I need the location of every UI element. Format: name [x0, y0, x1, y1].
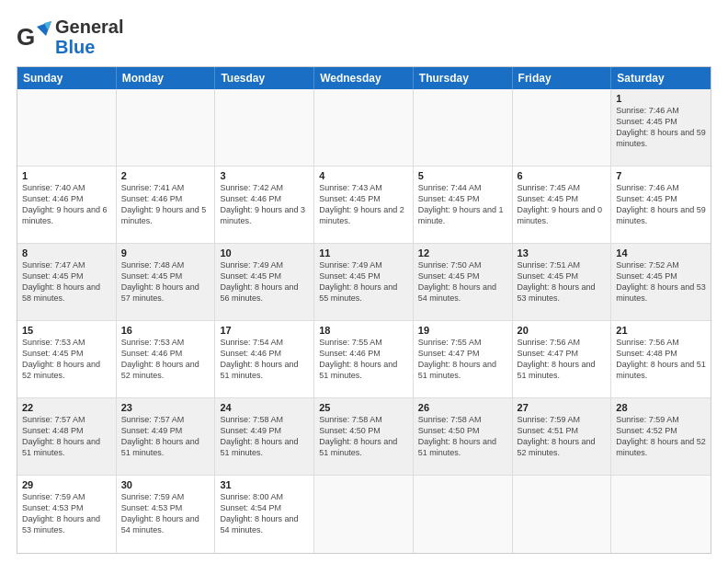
day-number: 31: [220, 479, 309, 490]
header-day-monday: Monday: [117, 67, 216, 89]
empty-cell: [314, 89, 414, 166]
empty-cell: [314, 476, 414, 553]
cell-info: Sunrise: 7:55 AMSunset: 4:47 PMDaylight:…: [418, 337, 507, 382]
day-cell-26: 26Sunrise: 7:58 AMSunset: 4:50 PMDayligh…: [414, 398, 513, 475]
empty-cell: [17, 89, 117, 166]
calendar: SundayMondayTuesdayWednesdayThursdayFrid…: [17, 66, 711, 554]
empty-cell: [513, 89, 612, 166]
day-number: 26: [418, 402, 507, 413]
header: G General Blue: [17, 17, 711, 57]
day-cell-1: 1Sunrise: 7:46 AMSunset: 4:45 PMDaylight…: [611, 89, 711, 166]
cell-info: Sunrise: 7:47 AMSunset: 4:45 PMDaylight:…: [22, 259, 111, 304]
day-cell-20: 20Sunrise: 7:56 AMSunset: 4:47 PMDayligh…: [513, 321, 612, 397]
day-cell-22: 22Sunrise: 7:57 AMSunset: 4:48 PMDayligh…: [17, 398, 117, 475]
cell-info: Sunrise: 7:56 AMSunset: 4:48 PMDaylight:…: [616, 337, 706, 382]
cell-info: Sunrise: 7:42 AMSunset: 4:46 PMDaylight:…: [220, 182, 309, 227]
day-number: 1: [616, 93, 706, 104]
logo-icon: G: [17, 19, 51, 54]
day-number: 13: [518, 247, 607, 259]
day-number: 1: [22, 170, 111, 181]
cell-info: Sunrise: 7:55 AMSunset: 4:46 PMDaylight:…: [319, 337, 408, 382]
cell-info: Sunrise: 7:57 AMSunset: 4:48 PMDaylight:…: [22, 414, 111, 459]
day-cell-24: 24Sunrise: 7:58 AMSunset: 4:49 PMDayligh…: [215, 398, 314, 475]
day-cell-19: 19Sunrise: 7:55 AMSunset: 4:47 PMDayligh…: [414, 321, 513, 397]
day-number: 14: [616, 247, 706, 259]
day-cell-1: 1Sunrise: 7:40 AMSunset: 4:46 PMDaylight…: [17, 167, 117, 243]
cell-info: Sunrise: 7:58 AMSunset: 4:50 PMDaylight:…: [319, 414, 408, 459]
day-cell-18: 18Sunrise: 7:55 AMSunset: 4:46 PMDayligh…: [314, 321, 414, 397]
empty-cell: [414, 89, 513, 166]
day-cell-17: 17Sunrise: 7:54 AMSunset: 4:46 PMDayligh…: [215, 321, 314, 397]
cell-info: Sunrise: 8:00 AMSunset: 4:54 PMDaylight:…: [220, 491, 309, 536]
header-day-sunday: Sunday: [17, 67, 117, 89]
day-cell-9: 9Sunrise: 7:48 AMSunset: 4:45 PMDaylight…: [117, 244, 216, 320]
cell-info: Sunrise: 7:58 AMSunset: 4:49 PMDaylight:…: [220, 414, 309, 459]
cell-info: Sunrise: 7:40 AMSunset: 4:46 PMDaylight:…: [22, 182, 111, 227]
header-day-friday: Friday: [513, 67, 612, 89]
day-number: 21: [616, 325, 706, 336]
cell-info: Sunrise: 7:58 AMSunset: 4:50 PMDaylight:…: [418, 414, 507, 459]
day-number: 24: [220, 402, 309, 413]
day-cell-5: 5Sunrise: 7:44 AMSunset: 4:45 PMDaylight…: [414, 167, 513, 243]
day-number: 19: [418, 325, 507, 336]
day-cell-13: 13Sunrise: 7:51 AMSunset: 4:45 PMDayligh…: [513, 244, 612, 320]
cell-info: Sunrise: 7:45 AMSunset: 4:45 PMDaylight:…: [518, 182, 607, 227]
cell-info: Sunrise: 7:59 AMSunset: 4:53 PMDaylight:…: [22, 491, 111, 536]
header-day-wednesday: Wednesday: [314, 67, 414, 89]
empty-cell: [513, 476, 612, 553]
day-number: 30: [121, 479, 210, 490]
logo-general: General: [55, 17, 123, 37]
day-number: 2: [121, 170, 210, 181]
day-cell-16: 16Sunrise: 7:53 AMSunset: 4:46 PMDayligh…: [117, 321, 216, 397]
cell-info: Sunrise: 7:41 AMSunset: 4:46 PMDaylight:…: [121, 182, 210, 227]
day-number: 22: [22, 402, 111, 413]
day-cell-15: 15Sunrise: 7:53 AMSunset: 4:45 PMDayligh…: [17, 321, 117, 397]
cell-info: Sunrise: 7:46 AMSunset: 4:45 PMDaylight:…: [616, 182, 706, 227]
day-cell-6: 6Sunrise: 7:45 AMSunset: 4:45 PMDaylight…: [513, 167, 612, 243]
day-number: 18: [319, 325, 408, 336]
day-cell-11: 11Sunrise: 7:49 AMSunset: 4:45 PMDayligh…: [314, 244, 414, 320]
calendar-row-6: 29Sunrise: 7:59 AMSunset: 4:53 PMDayligh…: [17, 476, 711, 553]
day-number: 15: [22, 325, 111, 336]
day-cell-31: 31Sunrise: 8:00 AMSunset: 4:54 PMDayligh…: [215, 476, 314, 553]
day-cell-25: 25Sunrise: 7:58 AMSunset: 4:50 PMDayligh…: [314, 398, 414, 475]
cell-info: Sunrise: 7:54 AMSunset: 4:46 PMDaylight:…: [220, 337, 309, 382]
calendar-header: SundayMondayTuesdayWednesdayThursdayFrid…: [17, 67, 711, 89]
day-cell-8: 8Sunrise: 7:47 AMSunset: 4:45 PMDaylight…: [17, 244, 117, 320]
day-number: 23: [121, 402, 210, 413]
page: G General Blue SundayMondayTuesdayWednes…: [0, 0, 728, 563]
day-cell-3: 3Sunrise: 7:42 AMSunset: 4:46 PMDaylight…: [215, 167, 314, 243]
day-cell-10: 10Sunrise: 7:49 AMSunset: 4:45 PMDayligh…: [215, 244, 314, 320]
cell-info: Sunrise: 7:59 AMSunset: 4:51 PMDaylight:…: [518, 414, 607, 459]
day-number: 10: [220, 247, 309, 259]
cell-info: Sunrise: 7:57 AMSunset: 4:49 PMDaylight:…: [121, 414, 210, 459]
cell-info: Sunrise: 7:52 AMSunset: 4:45 PMDaylight:…: [616, 259, 706, 304]
cell-info: Sunrise: 7:59 AMSunset: 4:52 PMDaylight:…: [616, 414, 706, 459]
svg-text:G: G: [17, 23, 35, 51]
day-number: 27: [518, 402, 607, 413]
day-cell-28: 28Sunrise: 7:59 AMSunset: 4:52 PMDayligh…: [611, 398, 711, 475]
day-cell-30: 30Sunrise: 7:59 AMSunset: 4:53 PMDayligh…: [117, 476, 216, 553]
header-day-thursday: Thursday: [414, 67, 513, 89]
day-cell-4: 4Sunrise: 7:43 AMSunset: 4:45 PMDaylight…: [314, 167, 414, 243]
day-number: 28: [616, 402, 706, 413]
day-number: 9: [121, 247, 210, 259]
day-cell-7: 7Sunrise: 7:46 AMSunset: 4:45 PMDaylight…: [611, 167, 711, 243]
cell-info: Sunrise: 7:50 AMSunset: 4:45 PMDaylight:…: [418, 259, 507, 304]
empty-cell: [611, 476, 711, 553]
day-number: 3: [220, 170, 309, 181]
cell-info: Sunrise: 7:48 AMSunset: 4:45 PMDaylight:…: [121, 259, 210, 304]
calendar-body: 1Sunrise: 7:46 AMSunset: 4:45 PMDaylight…: [17, 89, 711, 553]
empty-cell: [414, 476, 513, 553]
calendar-row-4: 15Sunrise: 7:53 AMSunset: 4:45 PMDayligh…: [17, 321, 711, 398]
cell-info: Sunrise: 7:46 AMSunset: 4:45 PMDaylight:…: [616, 105, 706, 150]
day-number: 16: [121, 325, 210, 336]
calendar-row-2: 1Sunrise: 7:40 AMSunset: 4:46 PMDaylight…: [17, 167, 711, 244]
logo: G General Blue: [17, 17, 123, 57]
cell-info: Sunrise: 7:49 AMSunset: 4:45 PMDaylight:…: [319, 259, 408, 304]
header-day-tuesday: Tuesday: [215, 67, 314, 89]
cell-info: Sunrise: 7:51 AMSunset: 4:45 PMDaylight:…: [518, 259, 607, 304]
day-number: 11: [319, 247, 408, 259]
day-cell-21: 21Sunrise: 7:56 AMSunset: 4:48 PMDayligh…: [611, 321, 711, 397]
cell-info: Sunrise: 7:43 AMSunset: 4:45 PMDaylight:…: [319, 182, 408, 227]
